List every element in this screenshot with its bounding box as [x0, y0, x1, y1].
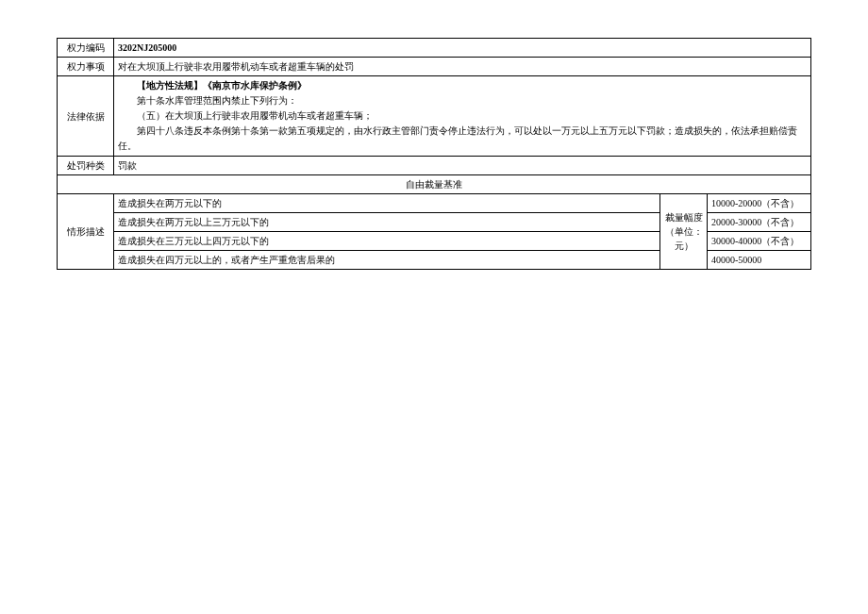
- main-table: 权力编码 3202NJ205000 权力事项 对在大坝顶上行驶非农用履带机动车或…: [57, 38, 811, 270]
- situation-desc-2: 造成损失在三万元以上四万元以下的: [114, 232, 660, 251]
- legal-line-4: 第四十八条违反本条例第十条第一款第五项规定的，由水行政主管部门责令停止违法行为，…: [118, 124, 807, 154]
- situation-desc-1: 造成损失在两万元以上三万元以下的: [114, 213, 660, 232]
- legal-line-2: 第十条水库管理范围内禁止下列行为：: [118, 93, 807, 108]
- range-unit-label: 裁量幅度（单位：元）: [660, 194, 708, 270]
- situation-range-1: 20000-30000（不含）: [708, 213, 811, 232]
- legal-line-3: （五）在大坝顶上行驶非农用履带机动车或者超重车辆；: [118, 108, 807, 124]
- situation-range-2: 30000-40000（不含）: [708, 232, 811, 251]
- discretion-header: 自由裁量基准: [58, 175, 811, 194]
- situation-label: 情形描述: [58, 194, 114, 270]
- legal-line-1: 【地方性法规】《南京市水库保护条例》: [118, 78, 807, 93]
- situation-desc-0: 造成损失在两万元以下的: [114, 194, 660, 213]
- penalty-value: 罚款: [114, 157, 811, 175]
- item-label: 权力事项: [58, 58, 114, 76]
- penalty-label: 处罚种类: [58, 157, 114, 175]
- code-value: 3202NJ205000: [114, 39, 811, 58]
- situation-range-3: 40000-50000: [708, 251, 811, 270]
- legal-basis-cell: 【地方性法规】《南京市水库保护条例》 第十条水库管理范围内禁止下列行为： （五）…: [114, 76, 811, 157]
- situation-range-0: 10000-20000（不含）: [708, 194, 811, 213]
- legal-label: 法律依据: [58, 76, 114, 157]
- situation-desc-3: 造成损失在四万元以上的，或者产生严重危害后果的: [114, 251, 660, 270]
- code-label: 权力编码: [58, 39, 114, 58]
- item-value: 对在大坝顶上行驶非农用履带机动车或者超重车辆的处罚: [114, 58, 811, 76]
